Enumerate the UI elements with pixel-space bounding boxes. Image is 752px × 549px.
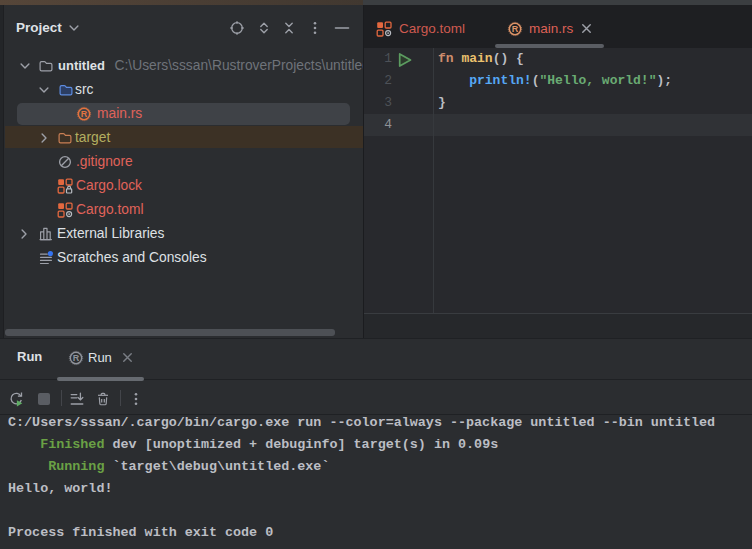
svg-text:R: R [73,353,80,363]
svg-text:R: R [81,109,88,119]
svg-text:R: R [512,24,519,34]
